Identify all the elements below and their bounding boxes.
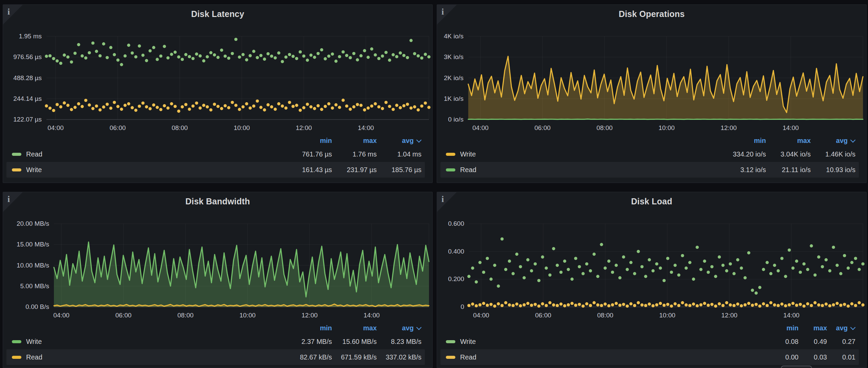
legend-sort-avg[interactable]: avg [827, 324, 855, 332]
legend-avg-value: 1.46K io/s [811, 150, 855, 158]
legend-sort-max[interactable]: max [798, 324, 827, 332]
legend-series-swatch [12, 356, 21, 359]
legend-min-value: 0.08 [770, 338, 798, 346]
legend-row-write[interactable]: Write0.080.490.27 [440, 334, 859, 349]
legend-series-name[interactable]: Write [26, 166, 42, 174]
legend-avg-value: 0.27 [827, 338, 855, 346]
legend-sort-avg[interactable]: avg [377, 137, 421, 145]
legend-max-value: 671.59 kB/s [332, 353, 377, 361]
legend-series-swatch [446, 168, 455, 171]
legend-avg-value: 1.04 ms [377, 150, 421, 158]
legend-sort-max[interactable]: max [766, 137, 811, 145]
legend-row-read[interactable]: Read3.12 io/s21.11 io/s10.93 io/s [440, 162, 859, 178]
legend-min-value: 82.67 kB/s [287, 353, 332, 361]
legend-sort-min[interactable]: min [721, 137, 766, 145]
info-icon: i [441, 7, 444, 17]
legend-min-value: 161.43 µs [287, 166, 332, 174]
legend-avg-value: 0.01 [827, 353, 855, 361]
legend-max-value: 3.04K io/s [766, 150, 811, 158]
info-icon: i [7, 194, 10, 204]
info-icon: i [7, 7, 10, 17]
legend-min-value: 334.20 io/s [721, 150, 766, 158]
legend: minmaxavgWrite334.20 io/s3.04K io/s1.46K… [440, 135, 859, 178]
legend-series-name[interactable]: Read [26, 150, 42, 158]
panel-disk-bandwidth: i Disk Bandwidth 20.00 MB/s15.00 MB/s10.… [3, 192, 433, 368]
panel-info-icon[interactable]: i [437, 192, 457, 212]
legend-row-read[interactable]: Read761.76 µs1.76 ms1.04 ms [6, 146, 425, 162]
legend-avg-value: 337.02 kB/s [377, 353, 421, 361]
legend-header-row: minmaxavg [6, 135, 425, 146]
legend: minmaxavgWrite0.080.490.27Read0.000.030.… [440, 322, 859, 365]
legend-series-swatch [12, 168, 21, 171]
legend-series-name[interactable]: Write [460, 338, 476, 346]
dashboard-panel-grid: i Disk Latency 1.95 ms976.56 µs488.28 µs… [3, 4, 867, 368]
legend-sort-min[interactable]: min [287, 324, 332, 332]
chevron-down-icon [416, 137, 422, 143]
legend-max-value: 0.49 [798, 338, 827, 346]
legend-series-name[interactable]: Read [460, 353, 476, 361]
legend-header-row: minmaxavg [6, 322, 425, 334]
panel-title[interactable]: Disk Latency [3, 9, 432, 19]
panel-disk-load: i Disk Load 0.6000.4000.200004:0006:0008… [437, 192, 867, 368]
panel-info-icon[interactable]: i [3, 192, 23, 212]
chevron-down-icon [416, 325, 422, 330]
panel-title[interactable]: Disk Operations [437, 9, 866, 19]
partial-panel-edge [781, 366, 812, 368]
panel-info-icon[interactable]: i [437, 5, 457, 24]
legend-row-write[interactable]: Write334.20 io/s3.04K io/s1.46K io/s [440, 146, 859, 162]
legend-series-swatch [446, 340, 455, 343]
panel-disk-latency: i Disk Latency 1.95 ms976.56 µs488.28 µs… [3, 4, 433, 183]
info-icon: i [441, 194, 444, 204]
legend: minmaxavgWrite2.37 MB/s15.60 MB/s8.23 MB… [6, 322, 425, 365]
panel-title[interactable]: Disk Load [437, 197, 866, 206]
legend-max-value: 1.76 ms [332, 150, 377, 158]
legend-max-value: 21.11 io/s [766, 166, 811, 174]
legend-header-row: minmaxavg [440, 322, 859, 334]
panel-disk-operations: i Disk Operations 4K io/s3K io/s2K io/s1… [437, 4, 867, 183]
legend-min-value: 3.12 io/s [721, 166, 766, 174]
legend-sort-max[interactable]: max [332, 324, 377, 332]
legend-min-value: 0.00 [770, 353, 798, 361]
panel-title[interactable]: Disk Bandwidth [3, 197, 432, 206]
chevron-down-icon [850, 325, 856, 330]
legend-series-name[interactable]: Read [460, 166, 476, 174]
legend-series-swatch [446, 356, 455, 359]
legend-avg-value: 185.76 µs [377, 166, 421, 174]
legend-series-name[interactable]: Read [26, 353, 42, 361]
legend-row-read[interactable]: Read82.67 kB/s671.59 kB/s337.02 kB/s [6, 349, 425, 365]
legend-max-value: 231.97 µs [332, 166, 377, 174]
legend-sort-avg[interactable]: avg [811, 137, 855, 145]
legend-series-name[interactable]: Write [26, 338, 42, 346]
legend-row-read[interactable]: Read0.000.030.01 [440, 349, 859, 365]
legend-max-value: 0.03 [798, 353, 827, 361]
legend-series-swatch [446, 153, 455, 156]
legend-sort-avg[interactable]: avg [377, 324, 421, 332]
legend-sort-min[interactable]: min [287, 137, 332, 145]
legend-max-value: 15.60 MB/s [332, 338, 377, 346]
legend-sort-max[interactable]: max [332, 137, 377, 145]
legend-avg-value: 10.93 io/s [811, 166, 855, 174]
legend-sort-min[interactable]: min [770, 324, 798, 332]
legend: minmaxavgRead761.76 µs1.76 ms1.04 msWrit… [6, 135, 425, 178]
legend-series-swatch [12, 153, 21, 156]
legend-series-swatch [12, 340, 21, 343]
legend-min-value: 761.76 µs [287, 150, 332, 158]
legend-avg-value: 8.23 MB/s [377, 338, 421, 346]
legend-row-write[interactable]: Write161.43 µs231.97 µs185.76 µs [6, 162, 425, 178]
legend-series-name[interactable]: Write [460, 150, 476, 158]
legend-min-value: 2.37 MB/s [287, 338, 332, 346]
legend-header-row: minmaxavg [440, 135, 859, 146]
legend-row-write[interactable]: Write2.37 MB/s15.60 MB/s8.23 MB/s [6, 334, 425, 349]
chevron-down-icon [850, 137, 856, 143]
panel-info-icon[interactable]: i [3, 5, 23, 24]
